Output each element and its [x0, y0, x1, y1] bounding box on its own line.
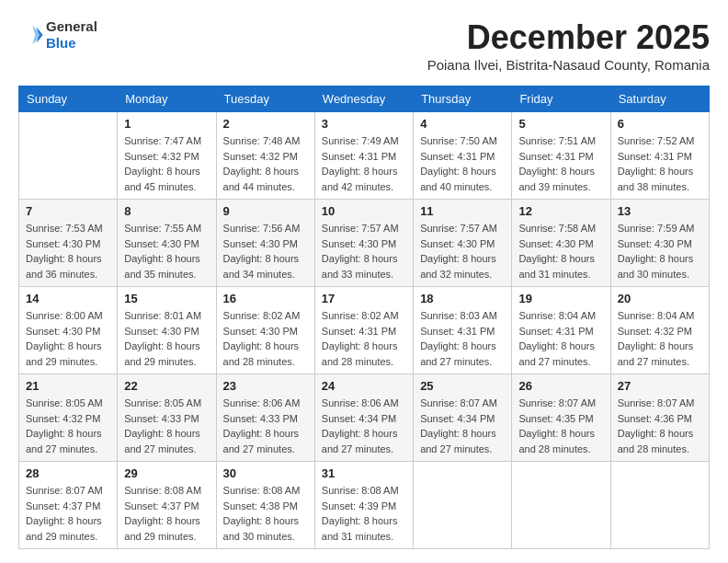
day-number: 19: [518, 292, 603, 305]
day-info: Sunrise: 8:03 AM Sunset: 4:31 PM Dayligh…: [420, 308, 505, 369]
day-number: 15: [124, 292, 209, 305]
day-number: 2: [223, 117, 308, 131]
logo-blue: Blue: [46, 35, 76, 51]
day-number: 11: [420, 204, 505, 218]
day-number: 29: [124, 466, 209, 480]
day-info: Sunrise: 8:05 AM Sunset: 4:32 PM Dayligh…: [26, 396, 110, 456]
calendar-cell: 31Sunrise: 8:08 AM Sunset: 4:39 PM Dayli…: [314, 462, 413, 549]
day-number: 18: [420, 292, 505, 305]
calendar-cell: 4Sunrise: 7:50 AM Sunset: 4:31 PM Daylig…: [414, 112, 512, 200]
day-number: 8: [124, 204, 209, 218]
day-info: Sunrise: 7:51 AM Sunset: 4:31 PM Dayligh…: [518, 133, 603, 194]
logo: General Blue: [18, 18, 97, 52]
day-number: 22: [124, 379, 209, 393]
day-number: 27: [618, 379, 702, 393]
calendar-week-5: 28Sunrise: 8:07 AM Sunset: 4:37 PM Dayli…: [19, 462, 710, 549]
day-number: 25: [420, 379, 505, 393]
day-info: Sunrise: 8:04 AM Sunset: 4:31 PM Dayligh…: [518, 308, 603, 369]
day-info: Sunrise: 8:02 AM Sunset: 4:31 PM Dayligh…: [322, 308, 406, 369]
day-number: 30: [223, 466, 308, 480]
day-info: Sunrise: 8:07 AM Sunset: 4:37 PM Dayligh…: [26, 483, 110, 544]
calendar-cell: 28Sunrise: 8:07 AM Sunset: 4:37 PM Dayli…: [19, 462, 118, 549]
day-info: Sunrise: 7:48 AM Sunset: 4:32 PM Dayligh…: [223, 133, 308, 194]
day-number: 3: [322, 117, 406, 131]
day-info: Sunrise: 8:00 AM Sunset: 4:30 PM Dayligh…: [26, 308, 110, 369]
day-info: Sunrise: 8:07 AM Sunset: 4:35 PM Dayligh…: [518, 396, 603, 456]
calendar-table: SundayMondayTuesdayWednesdayThursdayFrid…: [18, 86, 710, 549]
day-info: Sunrise: 7:53 AM Sunset: 4:30 PM Dayligh…: [26, 221, 110, 282]
day-info: Sunrise: 7:56 AM Sunset: 4:30 PM Dayligh…: [223, 221, 308, 282]
day-number: 28: [26, 466, 110, 480]
calendar-cell: 7Sunrise: 7:53 AM Sunset: 4:30 PM Daylig…: [19, 200, 118, 287]
day-number: 24: [322, 379, 406, 393]
calendar-cell: 1Sunrise: 7:47 AM Sunset: 4:32 PM Daylig…: [118, 112, 216, 200]
day-info: Sunrise: 7:49 AM Sunset: 4:31 PM Dayligh…: [322, 133, 406, 194]
day-info: Sunrise: 8:07 AM Sunset: 4:36 PM Dayligh…: [618, 396, 702, 456]
calendar-header-row: SundayMondayTuesdayWednesdayThursdayFrid…: [19, 86, 710, 112]
calendar-cell: [610, 462, 709, 549]
calendar-week-3: 14Sunrise: 8:00 AM Sunset: 4:30 PM Dayli…: [19, 287, 710, 374]
calendar-cell: 19Sunrise: 8:04 AM Sunset: 4:31 PM Dayli…: [512, 287, 610, 374]
calendar-cell: 25Sunrise: 8:07 AM Sunset: 4:34 PM Dayli…: [414, 374, 512, 462]
day-number: 9: [223, 204, 308, 218]
day-number: 7: [26, 204, 110, 218]
calendar-cell: 20Sunrise: 8:04 AM Sunset: 4:32 PM Dayli…: [610, 287, 709, 374]
calendar-cell: 14Sunrise: 8:00 AM Sunset: 4:30 PM Dayli…: [19, 287, 118, 374]
day-header-wednesday: Wednesday: [314, 86, 413, 112]
calendar-cell: [414, 462, 512, 549]
calendar-cell: 23Sunrise: 8:06 AM Sunset: 4:33 PM Dayli…: [216, 374, 314, 462]
day-info: Sunrise: 8:07 AM Sunset: 4:34 PM Dayligh…: [420, 396, 505, 456]
calendar-cell: [512, 462, 610, 549]
calendar-cell: 9Sunrise: 7:56 AM Sunset: 4:30 PM Daylig…: [216, 200, 314, 287]
calendar-cell: 10Sunrise: 7:57 AM Sunset: 4:30 PM Dayli…: [314, 200, 413, 287]
day-number: 12: [518, 204, 603, 218]
subtitle: Poiana Ilvei, Bistrita-Nasaud County, Ro…: [427, 57, 710, 73]
day-info: Sunrise: 8:02 AM Sunset: 4:30 PM Dayligh…: [223, 308, 308, 369]
day-info: Sunrise: 8:06 AM Sunset: 4:34 PM Dayligh…: [322, 396, 406, 456]
calendar-cell: 15Sunrise: 8:01 AM Sunset: 4:30 PM Dayli…: [118, 287, 216, 374]
calendar-cell: 12Sunrise: 7:58 AM Sunset: 4:30 PM Dayli…: [512, 200, 610, 287]
day-info: Sunrise: 7:59 AM Sunset: 4:30 PM Dayligh…: [618, 221, 702, 282]
calendar-cell: 27Sunrise: 8:07 AM Sunset: 4:36 PM Dayli…: [610, 374, 709, 462]
logo-icon: [18, 22, 44, 48]
day-info: Sunrise: 8:05 AM Sunset: 4:33 PM Dayligh…: [124, 396, 209, 456]
header: General Blue December 2025 Poiana Ilvei,…: [18, 18, 710, 82]
day-number: 10: [322, 204, 406, 218]
day-info: Sunrise: 7:57 AM Sunset: 4:30 PM Dayligh…: [322, 221, 406, 282]
day-info: Sunrise: 8:08 AM Sunset: 4:39 PM Dayligh…: [322, 483, 406, 544]
day-header-sunday: Sunday: [19, 86, 118, 112]
day-info: Sunrise: 7:57 AM Sunset: 4:30 PM Dayligh…: [420, 221, 505, 282]
logo-general: General: [46, 18, 97, 34]
day-number: 16: [223, 292, 308, 305]
day-header-saturday: Saturday: [610, 86, 709, 112]
calendar-cell: 8Sunrise: 7:55 AM Sunset: 4:30 PM Daylig…: [118, 200, 216, 287]
calendar-week-4: 21Sunrise: 8:05 AM Sunset: 4:32 PM Dayli…: [19, 374, 710, 462]
day-info: Sunrise: 7:55 AM Sunset: 4:30 PM Dayligh…: [124, 221, 209, 282]
calendar-cell: [19, 112, 118, 200]
calendar-cell: 29Sunrise: 8:08 AM Sunset: 4:37 PM Dayli…: [118, 462, 216, 549]
day-info: Sunrise: 8:08 AM Sunset: 4:37 PM Dayligh…: [124, 483, 209, 544]
day-number: 5: [518, 117, 603, 131]
day-number: 23: [223, 379, 308, 393]
calendar-cell: 21Sunrise: 8:05 AM Sunset: 4:32 PM Dayli…: [19, 374, 118, 462]
calendar-week-2: 7Sunrise: 7:53 AM Sunset: 4:30 PM Daylig…: [19, 200, 710, 287]
calendar-week-1: 1Sunrise: 7:47 AM Sunset: 4:32 PM Daylig…: [19, 112, 710, 200]
calendar-cell: 18Sunrise: 8:03 AM Sunset: 4:31 PM Dayli…: [414, 287, 512, 374]
day-info: Sunrise: 7:58 AM Sunset: 4:30 PM Dayligh…: [518, 221, 603, 282]
calendar-cell: 3Sunrise: 7:49 AM Sunset: 4:31 PM Daylig…: [314, 112, 413, 200]
calendar-cell: 24Sunrise: 8:06 AM Sunset: 4:34 PM Dayli…: [314, 374, 413, 462]
day-number: 17: [322, 292, 406, 305]
day-number: 13: [618, 204, 702, 218]
calendar-cell: 26Sunrise: 8:07 AM Sunset: 4:35 PM Dayli…: [512, 374, 610, 462]
day-number: 31: [322, 466, 406, 480]
day-header-monday: Monday: [118, 86, 216, 112]
page-container: General Blue December 2025 Poiana Ilvei,…: [18, 18, 710, 549]
day-header-friday: Friday: [512, 86, 610, 112]
day-number: 14: [26, 292, 110, 305]
day-number: 26: [518, 379, 603, 393]
day-info: Sunrise: 8:06 AM Sunset: 4:33 PM Dayligh…: [223, 396, 308, 456]
day-info: Sunrise: 8:04 AM Sunset: 4:32 PM Dayligh…: [618, 308, 702, 369]
day-number: 1: [124, 117, 209, 131]
day-info: Sunrise: 7:52 AM Sunset: 4:31 PM Dayligh…: [618, 133, 702, 194]
day-number: 6: [618, 117, 702, 131]
